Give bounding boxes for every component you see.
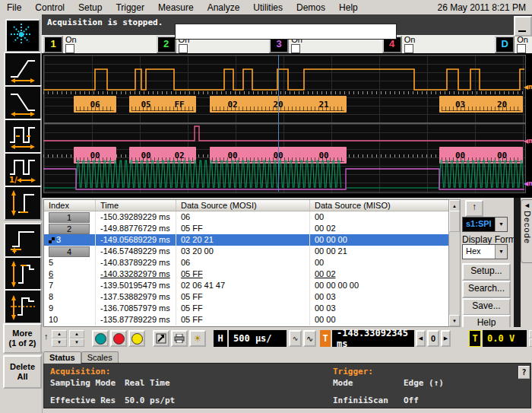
menu-utilities[interactable]: Utilities bbox=[246, 1, 290, 14]
channel-4-on-group: On bbox=[404, 36, 416, 53]
menu-measure[interactable]: Measure bbox=[151, 1, 201, 14]
sine-view-button[interactable]: ∿ bbox=[303, 330, 316, 347]
marker-m2[interactable]: ◀m2 bbox=[524, 180, 532, 187]
decode-tab[interactable]: ◄ Decode bbox=[521, 199, 532, 263]
marker-m4[interactable]: ◀m4 bbox=[524, 138, 532, 145]
miso-cell: 00 03 bbox=[310, 303, 449, 314]
miso-cell: 00 00 00 00 bbox=[310, 280, 449, 291]
print-button[interactable] bbox=[171, 330, 188, 347]
delay-display[interactable]: -148.33092345 ms bbox=[332, 330, 414, 347]
column-header[interactable]: Data Source (MISO) bbox=[310, 200, 449, 211]
menu-file[interactable]: File bbox=[0, 1, 28, 14]
delay-left-button[interactable]: ◀ bbox=[416, 330, 426, 347]
agilent-logo-button[interactable] bbox=[5, 19, 40, 52]
measure-vmin-button[interactable] bbox=[4, 223, 42, 258]
minimize-button[interactable] bbox=[514, 16, 532, 37]
pan-zoom-button[interactable]: ∿ bbox=[289, 330, 302, 347]
effective-res-value: 50.0 ps/pt bbox=[125, 396, 175, 405]
channel-D-button[interactable]: D bbox=[495, 36, 515, 53]
measure-frequency-button[interactable]: 1/ bbox=[4, 152, 42, 187]
infiniiscan-label: InfiniiScan bbox=[333, 396, 388, 405]
tab-scales[interactable]: Scales bbox=[81, 351, 119, 364]
decode-source-select[interactable]: s1:SPI ▼ bbox=[462, 217, 508, 232]
scrollbar-thumb[interactable] bbox=[449, 211, 460, 232]
marker-color-red-button[interactable] bbox=[110, 330, 127, 347]
listing-row-1[interactable]: 1-150.39289229 ms0600 bbox=[44, 211, 449, 223]
spin-up-button[interactable]: ▲ bbox=[52, 330, 67, 338]
column-header[interactable]: Time bbox=[96, 200, 176, 211]
index-cell: 9 bbox=[44, 303, 96, 314]
display-format-select[interactable]: Hex ▼ bbox=[462, 244, 508, 259]
channel-1-button[interactable]: 1 bbox=[43, 36, 63, 53]
listing-row-9[interactable]: 9-136.70857979 ms05 FF00 03 bbox=[44, 303, 449, 314]
menu-control[interactable]: Control bbox=[28, 1, 71, 14]
listing-header-row: IndexTimeData Source (MOSI)Data Source (… bbox=[44, 200, 449, 211]
delay-right-button[interactable]: ▶ bbox=[441, 330, 451, 347]
column-header[interactable]: Data Source (MOSI) bbox=[176, 200, 310, 211]
timebase-display[interactable]: 500 µs/ bbox=[229, 330, 287, 347]
index-badge: 4 bbox=[49, 246, 90, 257]
spin-down-button[interactable]: ▼ bbox=[52, 338, 67, 347]
index-cell: 7 bbox=[44, 280, 96, 291]
status-help-button[interactable]: ? bbox=[518, 366, 530, 379]
brightness-button[interactable]: ☀ bbox=[189, 330, 206, 347]
waveform-display: 0605FF0220210320 0000020000000000 ◀m1◀m4… bbox=[42, 53, 532, 198]
acquisition-status-text: Acquisition is stopped. bbox=[47, 17, 163, 27]
listing-row-8[interactable]: 8-137.53882979 ms05 FF00 03 bbox=[44, 291, 449, 303]
measure-pulse-width-button[interactable] bbox=[4, 119, 42, 154]
miso-cell: 00 00 bbox=[310, 314, 449, 326]
more-measurements-button[interactable]: More (1 of 2) bbox=[3, 323, 42, 354]
delay-zero-button[interactable]: 0 bbox=[427, 330, 439, 347]
spin-down-button[interactable]: ▼ bbox=[69, 338, 84, 347]
save-button[interactable]: Save... bbox=[462, 298, 511, 316]
panel-up-button[interactable]: ↑ bbox=[465, 200, 483, 217]
tab-status[interactable]: Status bbox=[43, 351, 81, 364]
listing-row-4[interactable]: 4-146.57489229 ms03 20 0000 00 21 bbox=[44, 246, 449, 257]
mosi-data-wave bbox=[43, 69, 524, 90]
marker-m1[interactable]: ◀m1 bbox=[524, 84, 532, 91]
listing-row-3[interactable]: 3-149.05689229 ms02 20 2100 00 00 bbox=[44, 234, 449, 246]
setup-button[interactable]: Setup... bbox=[462, 263, 511, 281]
spin-up-button[interactable]: ▲ bbox=[529, 330, 532, 338]
effective-res-label: Effective Res bbox=[50, 396, 116, 405]
search-button[interactable]: Search... bbox=[462, 281, 511, 298]
menu-setup[interactable]: Setup bbox=[71, 1, 109, 14]
listing-row-6[interactable]: 6-140.33282979 ms05 FF00 02 bbox=[44, 268, 449, 280]
measure-rise-time-button[interactable] bbox=[4, 52, 42, 87]
spin-up-button[interactable]: ▲ bbox=[69, 330, 84, 338]
marker-color-teal-button[interactable] bbox=[92, 330, 109, 347]
channel-2-button[interactable]: 2 bbox=[157, 36, 176, 53]
column-header[interactable]: Index bbox=[44, 200, 96, 211]
trigger-level-badge: T bbox=[469, 330, 481, 347]
measure-fall-time-button[interactable] bbox=[4, 85, 42, 120]
trigger-level-display[interactable]: 0.0 V bbox=[483, 330, 527, 347]
channel-2-on-checkbox[interactable] bbox=[179, 44, 188, 53]
channel-D-on-checkbox[interactable] bbox=[517, 44, 526, 53]
miso-data-wave bbox=[43, 126, 524, 141]
listing-row-10[interactable]: 10-135.87789229 ms05 FF00 00 bbox=[44, 314, 449, 326]
selected-row-grid-icon bbox=[49, 237, 55, 243]
listing-row-2[interactable]: 2-149.88776729 ms05 FF00 02 bbox=[44, 223, 449, 234]
channel-1-on-checkbox[interactable] bbox=[65, 44, 74, 53]
index-cell: 4 bbox=[44, 246, 96, 257]
waveform-traces bbox=[43, 53, 524, 193]
channel-3-on-checkbox[interactable] bbox=[291, 44, 300, 53]
channel-1: 1On bbox=[43, 36, 77, 53]
menu-trigger[interactable]: Trigger bbox=[109, 1, 151, 14]
delete-all-button[interactable]: Delete All bbox=[3, 355, 42, 389]
listing-row-7[interactable]: 7-139.50195479 ms02 06 41 4700 00 00 00 bbox=[44, 280, 449, 291]
menu-analyze[interactable]: Analyze bbox=[201, 1, 247, 14]
listing-row-5[interactable]: 5-140.83789229 ms0600 bbox=[44, 257, 449, 268]
measure-vtop-button[interactable] bbox=[4, 256, 42, 291]
marker-color-yellow-button[interactable] bbox=[128, 330, 145, 347]
menu-demos[interactable]: Demos bbox=[290, 1, 332, 14]
measure-vpp-button[interactable] bbox=[4, 186, 42, 221]
channel-4-on-checkbox[interactable] bbox=[404, 44, 413, 53]
spin-down-button[interactable]: ▼ bbox=[529, 338, 532, 347]
menu-help[interactable]: Help bbox=[332, 1, 365, 14]
scroll-down-button[interactable]: ▼ bbox=[449, 315, 460, 326]
scroll-up-button[interactable]: ▲ bbox=[449, 200, 460, 211]
export-button[interactable] bbox=[153, 330, 169, 347]
fall-time-icon bbox=[8, 88, 38, 117]
measure-vavg-button[interactable] bbox=[4, 289, 42, 324]
